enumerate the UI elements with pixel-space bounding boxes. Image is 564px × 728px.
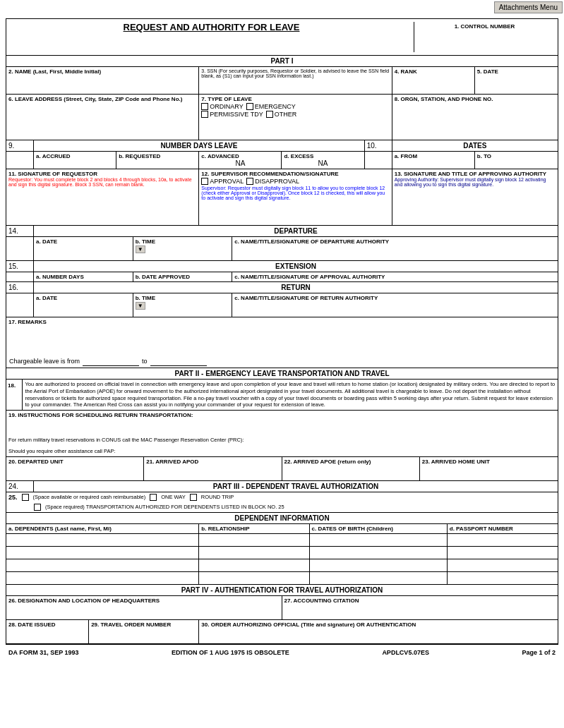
pap-text-row: Should you require other assistance call… <box>6 445 558 456</box>
supervisor-blue-text: Supervisor: Requestor must digitally sig… <box>201 186 389 200</box>
dep1-dob[interactable] <box>310 534 448 546</box>
dep4-dob[interactable] <box>310 572 448 584</box>
ssn-field[interactable] <box>201 78 389 92</box>
permissive-checkbox[interactable] <box>201 111 208 118</box>
dep-time-field[interactable]: ▼ <box>136 245 230 259</box>
dep3-name[interactable] <box>6 559 199 571</box>
dep-unit-label: 20. DEPARTED UNIT <box>8 459 141 465</box>
date-cell: 5. DATE <box>475 67 558 94</box>
dep-time-dropdown[interactable]: ▼ <box>136 245 145 253</box>
one-way-checkbox[interactable] <box>150 494 157 501</box>
dep1-rel[interactable] <box>199 534 309 546</box>
dep1-passport[interactable] <box>448 534 558 546</box>
dep3-dob[interactable] <box>310 559 448 571</box>
excess-value[interactable]: NA <box>284 159 361 167</box>
order-auth-field[interactable] <box>201 628 556 642</box>
chargeable-to-field[interactable] <box>150 356 207 366</box>
page-text: Page 1 of 2 <box>522 649 556 656</box>
dep-unit-field[interactable] <box>8 465 141 479</box>
arrived-apoe-label: 22. ARRIVED APOE (return only) <box>284 459 417 465</box>
date-issued-field[interactable] <box>8 628 86 642</box>
dep4-name[interactable] <box>6 572 199 584</box>
ret-name-field[interactable] <box>234 301 556 315</box>
round-trip-checkbox[interactable] <box>190 494 197 501</box>
accounting-field[interactable] <box>284 604 556 618</box>
dep-name-field[interactable] <box>234 245 556 259</box>
ordinary-item[interactable]: ORDINARY <box>201 103 243 110</box>
requested-cell: b. REQUESTED <box>116 152 199 169</box>
designation-field[interactable] <box>8 604 280 618</box>
row-111213: 11. SIGNATURE OF REQUESTOR Requestor: Yo… <box>6 169 558 226</box>
ret-date-field[interactable] <box>36 301 131 315</box>
orgn-field[interactable] <box>395 102 556 138</box>
accounting-cell: 27. ACCOUNTING CITATION <box>282 596 558 619</box>
arrived-home-field[interactable] <box>422 465 556 479</box>
control-number-field[interactable] <box>417 30 552 51</box>
other-checkbox[interactable] <box>266 111 273 118</box>
control-number-label: 1. CONTROL NUMBER <box>417 23 552 30</box>
row14-num: 14. <box>6 226 34 236</box>
date-approved-cell: b. DATE APPROVED <box>133 272 233 281</box>
arrived-home-label: 23. ARRIVED HOME UNIT <box>422 459 556 465</box>
dep2-rel[interactable] <box>199 547 309 559</box>
ret-time-dropdown[interactable]: ▼ <box>136 302 145 310</box>
ordinary-checkbox[interactable] <box>201 103 208 110</box>
dep-time-label: b. TIME <box>136 238 230 245</box>
space-req-checkbox[interactable] <box>34 504 41 511</box>
row-17: 17. REMARKS Chargeable leave is from to <box>6 317 558 368</box>
form-container: REQUEST AND AUTHORITY FOR LEAVE 1. CONTR… <box>6 18 558 645</box>
name-field[interactable] <box>8 75 196 89</box>
dep4-rel[interactable] <box>199 572 309 584</box>
travel-order-field[interactable] <box>91 628 196 642</box>
permissive-item[interactable]: PERMISSIVE TDY <box>201 111 263 118</box>
disapproval-item[interactable]: DISAPPROVAL <box>246 178 299 185</box>
dep2-name[interactable] <box>6 547 199 559</box>
ret-time-cell: b. TIME ▼ <box>133 293 233 317</box>
emergency-checkbox[interactable] <box>246 103 253 110</box>
approval-label: APPROVAL <box>210 178 244 185</box>
num-days-ext-cell: a. NUMBER DAYS <box>34 272 133 281</box>
dep2-dob[interactable] <box>310 547 448 559</box>
row-2627: 26. DESIGNATION AND LOCATION OF HEADQUAR… <box>6 596 558 620</box>
title-section: REQUEST AND AUTHORITY FOR LEAVE 1. CONTR… <box>6 19 558 56</box>
approving-label: 13. SIGNATURE AND TITLE OF APPROVING AUT… <box>395 171 556 177</box>
dep-date-cell: a. DATE <box>34 237 133 260</box>
row14-label: 14. <box>8 227 18 235</box>
other-item[interactable]: OTHER <box>266 111 297 118</box>
departure-label: DEPARTURE <box>36 227 556 235</box>
dep3-rel[interactable] <box>199 559 309 571</box>
from-label: a. FROM <box>395 153 472 159</box>
dep1-name[interactable] <box>6 534 199 546</box>
ordinary-row: ORDINARY EMERGENCY <box>201 103 389 110</box>
arrived-apoe-field[interactable] <box>284 465 417 479</box>
advanced-value[interactable]: NA <box>201 159 279 167</box>
dep-date-field[interactable] <box>36 245 131 259</box>
dep3-passport[interactable] <box>448 559 558 571</box>
date-field[interactable] <box>477 75 556 89</box>
permissive-label: PERMISSIVE TDY <box>210 111 263 118</box>
disapproval-label: DISAPPROVAL <box>255 178 299 185</box>
dep2-passport[interactable] <box>448 547 558 559</box>
order-auth-label: 30. ORDER AUTHORIZING OFFICIAL (Title an… <box>201 621 556 628</box>
dep4-passport[interactable] <box>448 572 558 584</box>
disapproval-checkbox[interactable] <box>246 178 253 185</box>
advanced-label: c. ADVANCED <box>201 153 279 159</box>
chargeable-from-field[interactable] <box>83 356 139 366</box>
row16-spacer <box>6 293 34 317</box>
dep-info-header: DEPENDENT INFORMATION <box>6 513 558 524</box>
ret-time-field[interactable]: ▼ <box>136 301 230 315</box>
leave-address-field[interactable] <box>8 102 196 138</box>
remarks-field[interactable] <box>6 327 558 355</box>
row16-num: 16. <box>6 282 34 293</box>
space-avail-checkbox[interactable] <box>22 494 29 501</box>
attachments-menu-button[interactable]: Attachments Menu <box>494 1 563 13</box>
chargeable-to-text: to <box>142 358 148 365</box>
ret-date-cell: a. DATE <box>34 293 133 317</box>
emergency-item[interactable]: EMERGENCY <box>246 103 296 110</box>
order-auth-cell: 30. ORDER AUTHORIZING OFFICIAL (Title an… <box>199 620 558 643</box>
rank-field[interactable] <box>395 75 472 89</box>
approval-item[interactable]: APPROVAL <box>201 178 244 185</box>
row19-field[interactable] <box>6 420 558 434</box>
arrived-apod-field[interactable] <box>146 465 279 479</box>
approval-checkbox[interactable] <box>201 178 208 185</box>
